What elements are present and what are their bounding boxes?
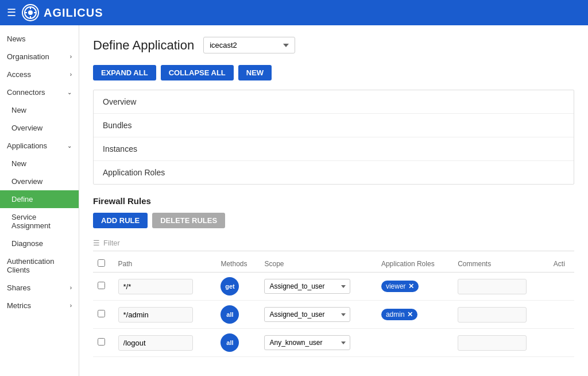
table-header-row: Path Methods Scope Application Roles Com… — [93, 256, 574, 273]
expand-all-button[interactable]: EXPAND ALL — [93, 65, 156, 80]
filter-label: Filter — [103, 239, 120, 247]
col-checkbox — [93, 256, 114, 273]
sidebar-item-connectors[interactable]: Connectors ⌄ — [0, 83, 79, 101]
sidebar-item-connectors-new[interactable]: New — [0, 101, 79, 119]
method-cell: all — [216, 329, 260, 357]
col-actions: Acti — [549, 256, 574, 273]
path-input[interactable] — [118, 307, 193, 323]
role-tag: viewer ✕ — [381, 281, 419, 292]
method-cell: get — [216, 273, 260, 301]
roles-cell: admin ✕ — [377, 301, 453, 329]
rules-table: Path Methods Scope Application Roles Com… — [93, 256, 574, 357]
comment-cell — [453, 329, 549, 357]
path-input[interactable] — [118, 335, 193, 351]
scope-cell: Assigned_to_user Any_known_user — [260, 301, 376, 329]
main-toolbar: EXPAND ALL COLLAPSE ALL NEW — [93, 65, 574, 80]
new-button[interactable]: NEW — [238, 65, 272, 80]
comment-input[interactable] — [458, 307, 527, 323]
firewall-toolbar: ADD RULE DELETE RULES — [93, 213, 574, 228]
path-cell — [114, 273, 216, 301]
sidebar-item-organisation[interactable]: Organisation › — [0, 48, 79, 66]
method-badge: get — [220, 277, 239, 296]
method-badge: all — [220, 333, 239, 352]
hamburger-icon[interactable]: ☰ — [7, 6, 16, 19]
sidebar-item-applications-define[interactable]: Define — [0, 190, 79, 208]
comment-input[interactable] — [458, 335, 527, 351]
section-application-roles[interactable]: Application Roles — [94, 161, 574, 184]
table-row: get Assigned_to_user Any_known_user view… — [93, 273, 574, 301]
add-rule-button[interactable]: ADD RULE — [93, 213, 148, 228]
path-input[interactable] — [118, 279, 193, 294]
chevron-right-icon: › — [70, 71, 72, 78]
sidebar-item-access[interactable]: Access › — [0, 66, 79, 83]
scope-select[interactable]: Assigned_to_user Any_known_user — [264, 279, 350, 294]
sidebar-item-applications[interactable]: Applications ⌄ — [0, 137, 79, 155]
method-cell: all — [216, 301, 260, 329]
sidebar-item-applications-overview[interactable]: Overview — [0, 172, 79, 190]
filter-row: ☰ Filter — [93, 235, 574, 251]
method-badge: all — [220, 305, 239, 324]
scope-select[interactable]: Any_known_user Assigned_to_user — [264, 335, 350, 350]
sidebar-item-connectors-overview[interactable]: Overview — [0, 119, 79, 137]
section-overview[interactable]: Overview — [94, 90, 574, 114]
path-cell — [114, 329, 216, 357]
sidebar-item-applications-new[interactable]: New — [0, 155, 79, 172]
sidebar-item-shares[interactable]: Shares › — [0, 279, 79, 297]
main-content: Define Application icecast2 EXPAND ALL C… — [79, 25, 588, 376]
section-instances[interactable]: Instances — [94, 137, 574, 161]
delete-rules-button[interactable]: DELETE RULES — [152, 213, 225, 228]
app-layout: News Organisation › Access › Connectors … — [0, 25, 588, 376]
sidebar-item-diagnose[interactable]: Diagnose — [0, 235, 79, 252]
firewall-rules-section: Firewall Rules ADD RULE DELETE RULES ☰ F… — [93, 196, 574, 357]
action-cell — [549, 301, 574, 329]
col-path: Path — [114, 256, 216, 273]
remove-role-button[interactable]: ✕ — [408, 282, 414, 290]
svg-point-1 — [28, 10, 33, 15]
table-row: all Assigned_to_user Any_known_user admi… — [93, 301, 574, 329]
logo: AGILICUS — [22, 4, 103, 21]
col-comments: Comments — [453, 256, 549, 273]
chevron-down-icon: ⌄ — [67, 89, 72, 95]
roles-cell: viewer ✕ — [377, 273, 453, 301]
chevron-right-icon: › — [70, 302, 72, 309]
page-title: Define Application — [93, 38, 194, 53]
sidebar-item-metrics[interactable]: Metrics › — [0, 297, 79, 314]
row-checkbox-cell — [93, 329, 114, 357]
remove-role-button[interactable]: ✕ — [407, 310, 413, 319]
application-dropdown[interactable]: icecast2 — [203, 37, 295, 53]
logo-icon — [22, 4, 39, 21]
row-checkbox[interactable] — [98, 338, 105, 346]
action-cell — [549, 329, 574, 357]
comment-cell — [453, 273, 549, 301]
roles-cell — [377, 329, 453, 357]
section-bundles[interactable]: Bundles — [94, 114, 574, 137]
row-checkbox[interactable] — [98, 282, 105, 289]
sidebar: News Organisation › Access › Connectors … — [0, 25, 79, 376]
filter-icon: ☰ — [93, 239, 100, 247]
scope-select[interactable]: Assigned_to_user Any_known_user — [264, 307, 350, 322]
col-methods: Methods — [216, 256, 260, 273]
row-checkbox[interactable] — [98, 310, 105, 317]
role-tag: admin ✕ — [381, 309, 417, 320]
path-cell — [114, 301, 216, 329]
sidebar-item-auth-clients[interactable]: Authentication Clients — [0, 252, 79, 279]
chevron-down-icon: ⌄ — [67, 143, 72, 149]
select-all-checkbox[interactable] — [98, 259, 105, 267]
col-scope: Scope — [260, 256, 376, 273]
logo-text: AGILICUS — [44, 6, 103, 20]
collapse-all-button[interactable]: COLLAPSE ALL — [161, 65, 234, 80]
sections-list: Overview Bundles Instances Application R… — [93, 90, 574, 185]
scope-cell: Any_known_user Assigned_to_user — [260, 329, 376, 357]
scope-cell: Assigned_to_user Any_known_user — [260, 273, 376, 301]
firewall-title: Firewall Rules — [93, 196, 574, 206]
sidebar-item-service-assignment[interactable]: Service Assignment — [0, 208, 79, 235]
col-application-roles: Application Roles — [377, 256, 453, 273]
comment-input[interactable] — [458, 279, 527, 294]
header: ☰ AGILICUS — [0, 0, 588, 25]
page-title-row: Define Application icecast2 — [93, 37, 574, 53]
action-cell — [549, 273, 574, 301]
comment-cell — [453, 301, 549, 329]
table-row: all Any_known_user Assigned_to_user — [93, 329, 574, 357]
chevron-right-icon: › — [70, 53, 72, 60]
sidebar-item-news[interactable]: News — [0, 30, 79, 48]
